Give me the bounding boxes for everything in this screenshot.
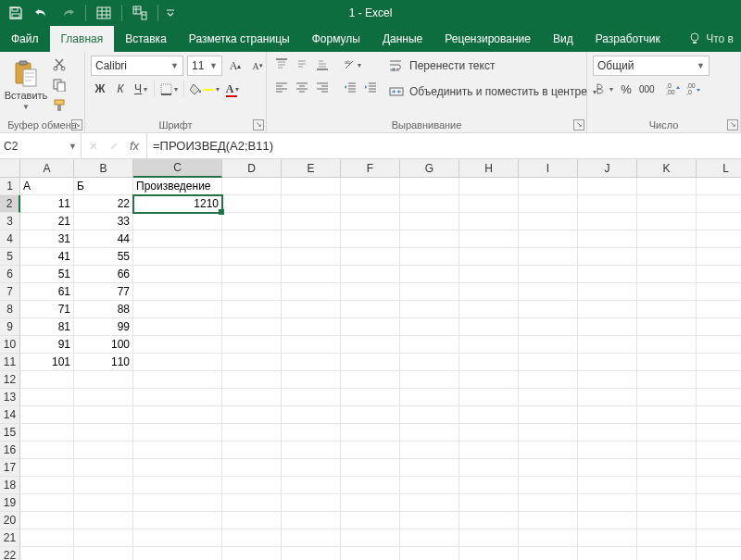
cell[interactable] bbox=[74, 442, 133, 459]
cell[interactable] bbox=[519, 318, 578, 336]
cell[interactable] bbox=[519, 459, 578, 477]
cell[interactable] bbox=[282, 266, 341, 283]
cell[interactable] bbox=[133, 248, 222, 266]
cell[interactable] bbox=[20, 424, 74, 442]
cell[interactable] bbox=[282, 529, 341, 547]
cell[interactable]: 61 bbox=[20, 283, 74, 301]
cells-area[interactable]: АБПроизведение11221210213331444155516661… bbox=[20, 178, 741, 560]
cell[interactable] bbox=[459, 512, 519, 529]
cell[interactable] bbox=[341, 371, 400, 389]
cell[interactable] bbox=[20, 389, 74, 406]
cell[interactable]: 51 bbox=[20, 266, 74, 283]
cell[interactable] bbox=[341, 301, 400, 318]
cell[interactable] bbox=[637, 301, 697, 318]
cell[interactable]: 11 bbox=[20, 195, 74, 213]
cell[interactable] bbox=[519, 494, 578, 512]
cell[interactable] bbox=[341, 195, 400, 213]
column-header[interactable]: H bbox=[459, 159, 519, 178]
cell[interactable]: 55 bbox=[74, 248, 133, 266]
cell[interactable] bbox=[133, 213, 222, 230]
cell[interactable] bbox=[341, 283, 400, 301]
cell[interactable] bbox=[578, 354, 637, 371]
cell[interactable] bbox=[400, 494, 459, 512]
cell[interactable] bbox=[578, 424, 637, 442]
cell[interactable] bbox=[133, 283, 222, 301]
cell[interactable] bbox=[578, 266, 637, 283]
cell[interactable] bbox=[282, 512, 341, 529]
cell[interactable] bbox=[222, 266, 282, 283]
cell[interactable] bbox=[697, 283, 741, 301]
cell[interactable] bbox=[341, 230, 400, 248]
cell[interactable] bbox=[459, 406, 519, 424]
cell[interactable] bbox=[20, 512, 74, 529]
cell[interactable] bbox=[222, 389, 282, 406]
cell[interactable] bbox=[282, 494, 341, 512]
cell[interactable] bbox=[74, 424, 133, 442]
cell[interactable] bbox=[282, 283, 341, 301]
cell[interactable] bbox=[578, 442, 637, 459]
pivot-icon[interactable] bbox=[128, 2, 152, 24]
cell[interactable] bbox=[341, 494, 400, 512]
tab-formulas[interactable]: Формулы bbox=[301, 26, 371, 52]
cell[interactable] bbox=[637, 266, 697, 283]
fill-color-icon[interactable]: ▾ bbox=[188, 80, 221, 98]
cell[interactable] bbox=[519, 371, 578, 389]
cell[interactable]: 100 bbox=[74, 336, 133, 354]
cell[interactable] bbox=[282, 442, 341, 459]
cell[interactable] bbox=[222, 424, 282, 442]
cell[interactable] bbox=[519, 195, 578, 213]
cell[interactable]: 31 bbox=[20, 230, 74, 248]
cell[interactable] bbox=[637, 477, 697, 494]
cell[interactable] bbox=[697, 512, 741, 529]
cell[interactable] bbox=[341, 547, 400, 560]
row-header[interactable]: 3 bbox=[0, 213, 20, 230]
cell[interactable] bbox=[697, 354, 741, 371]
cell[interactable] bbox=[637, 389, 697, 406]
italic-button[interactable]: К bbox=[111, 80, 130, 98]
cell[interactable] bbox=[282, 424, 341, 442]
column-header[interactable]: I bbox=[519, 159, 578, 178]
cell[interactable] bbox=[282, 178, 341, 195]
cell[interactable]: 44 bbox=[74, 230, 133, 248]
cell[interactable] bbox=[519, 283, 578, 301]
cell[interactable]: 110 bbox=[74, 354, 133, 371]
cell[interactable] bbox=[400, 301, 459, 318]
cell[interactable] bbox=[578, 248, 637, 266]
cell[interactable] bbox=[697, 442, 741, 459]
cell[interactable] bbox=[519, 213, 578, 230]
row-header[interactable]: 14 bbox=[0, 406, 20, 424]
orientation-icon[interactable]: ab▾ bbox=[341, 56, 363, 74]
cell[interactable] bbox=[400, 406, 459, 424]
cell[interactable] bbox=[578, 512, 637, 529]
cell[interactable] bbox=[341, 266, 400, 283]
copy-icon[interactable] bbox=[50, 76, 69, 94]
cell[interactable] bbox=[282, 318, 341, 336]
cell[interactable]: 41 bbox=[20, 248, 74, 266]
cell[interactable] bbox=[637, 230, 697, 248]
row-header[interactable]: 8 bbox=[0, 301, 20, 318]
cell[interactable] bbox=[222, 529, 282, 547]
cell[interactable] bbox=[282, 477, 341, 494]
cell[interactable] bbox=[400, 424, 459, 442]
cell[interactable] bbox=[74, 477, 133, 494]
tell-me[interactable]: Что в bbox=[682, 26, 741, 52]
wrap-text-button[interactable]: abc Перенести текст bbox=[389, 56, 597, 76]
cell[interactable] bbox=[637, 424, 697, 442]
cell[interactable] bbox=[20, 371, 74, 389]
align-center-icon[interactable] bbox=[293, 78, 311, 96]
cell[interactable] bbox=[133, 406, 222, 424]
row-header[interactable]: 12 bbox=[0, 371, 20, 389]
cell[interactable] bbox=[400, 459, 459, 477]
cell[interactable] bbox=[282, 230, 341, 248]
cell[interactable] bbox=[341, 442, 400, 459]
table-icon[interactable] bbox=[92, 2, 116, 24]
accounting-format-icon[interactable]: ▾ bbox=[593, 80, 615, 98]
cell[interactable] bbox=[578, 389, 637, 406]
select-all-corner[interactable] bbox=[0, 159, 20, 178]
cell[interactable] bbox=[282, 406, 341, 424]
cell[interactable] bbox=[133, 442, 222, 459]
cell[interactable] bbox=[459, 354, 519, 371]
cell[interactable] bbox=[400, 283, 459, 301]
cell[interactable] bbox=[578, 494, 637, 512]
row-header[interactable]: 7 bbox=[0, 283, 20, 301]
